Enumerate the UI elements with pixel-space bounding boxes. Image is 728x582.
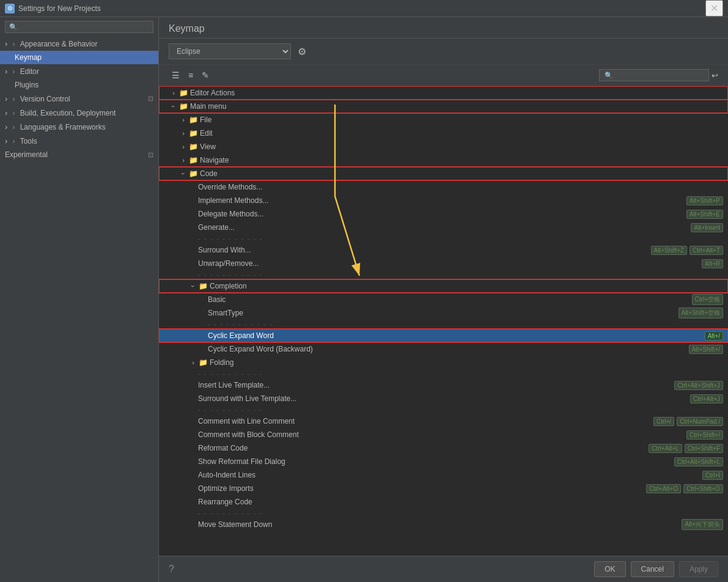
- sidebar-item-build[interactable]: › Build, Execution, Deployment: [0, 106, 158, 120]
- titlebar-left: ⚙ Settings for New Projects: [5, 4, 101, 13]
- search-restore-button[interactable]: ↩: [711, 71, 718, 80]
- expand-arrow[interactable]: ›: [180, 169, 187, 179]
- tree-item-folding[interactable]: › 📁 Folding: [159, 356, 728, 369]
- sidebar-item-languages[interactable]: › Languages & Frameworks: [0, 120, 158, 134]
- item-label: Cyclic Expand Word: [208, 331, 705, 340]
- ok-button[interactable]: OK: [594, 561, 625, 577]
- item-label: Code: [200, 169, 728, 178]
- tree-item-unwrap[interactable]: Unwrap/Remove... Alt+R: [159, 257, 728, 270]
- edit-shortcut-button[interactable]: ✎: [199, 68, 212, 82]
- tree-item-editor-actions[interactable]: › 📁 Editor Actions: [159, 86, 728, 100]
- tree-item-surround-with[interactable]: Surround With... Alt+Shift+Z Ctrl+Alt+T: [159, 243, 728, 257]
- tree-item-generate[interactable]: Generate... Alt+Insert: [159, 221, 728, 234]
- tree-item-code[interactable]: › 📁 Code: [159, 167, 728, 180]
- tree-item-comment-block[interactable]: Comment with Block Comment Ctrl+Shift+/: [159, 428, 728, 441]
- shortcut-tag: Alt+向下箭头: [682, 519, 723, 530]
- shortcut-container: Alt+Shift+E: [686, 210, 728, 219]
- expand-arrow: ›: [12, 39, 15, 48]
- tree-item-completion[interactable]: › 📁 Completion: [159, 279, 728, 293]
- help-button[interactable]: ?: [169, 564, 174, 575]
- sidebar: › Appearance & Behavior Keymap › Editor …: [0, 17, 159, 582]
- separator-dots: - - - - - - - - - - -: [208, 321, 273, 328]
- tree-item-view[interactable]: › 📁 View: [159, 140, 728, 153]
- tree-item-reformat-code[interactable]: Reformat Code Ctrl+Alt+L Ctrl+Shift+F: [159, 441, 728, 455]
- tree-item-surround-live[interactable]: Surround with Live Template... Ctrl+Alt+…: [159, 392, 728, 405]
- expand-arrow[interactable]: ›: [178, 143, 188, 150]
- tree-item-implement-methods[interactable]: Implement Methods... Alt+Shift+P: [159, 194, 728, 207]
- tree-area[interactable]: › 📁 Editor Actions › 📁 Main menu › 📁 Fi: [159, 86, 728, 556]
- sidebar-item-keymap[interactable]: Keymap: [0, 51, 158, 64]
- tree-item-show-reformat[interactable]: Show Reformat File Dialog Ctrl+Alt+Shift…: [159, 455, 728, 468]
- main-toolbar: ☰ ≡ ✎ ↩: [159, 65, 728, 86]
- collapse-all-button[interactable]: ≡: [185, 68, 196, 82]
- tree-item-delegate-methods[interactable]: Delegate Methods... Alt+Shift+E: [159, 207, 728, 221]
- tree-item-basic[interactable]: Basic Ctrl+空格: [159, 293, 728, 306]
- sidebar-item-version-control[interactable]: › Version Control ⊡: [0, 92, 158, 106]
- tree-item-insert-live[interactable]: Insert Live Template... Ctrl+Alt+Shift+J: [159, 378, 728, 392]
- sidebar-item-label: Plugins: [15, 81, 39, 89]
- sidebar-item-tools[interactable]: › Tools: [0, 134, 158, 148]
- expand-all-button[interactable]: ☰: [169, 68, 183, 82]
- folder-icon: 📁: [178, 88, 188, 98]
- main-title: Keymap: [169, 23, 718, 34]
- cancel-button[interactable]: Cancel: [631, 561, 674, 577]
- shortcut-container: Ctrl+Shift+/: [686, 430, 728, 440]
- tree-item-file[interactable]: › 📁 File: [159, 113, 728, 127]
- expand-arrow[interactable]: ›: [189, 281, 197, 291]
- item-label: View: [200, 142, 728, 151]
- apply-button[interactable]: Apply: [679, 561, 718, 577]
- tree-item-smarttype[interactable]: SmartType Alt+Shift+空格: [159, 306, 728, 320]
- settings-window: ⚙ Settings for New Projects ✕ › Appearan…: [0, 0, 728, 582]
- shortcut-tag: Ctrl+Alt+J: [690, 394, 723, 403]
- tree-item-main-menu[interactable]: › 📁 Main menu: [159, 100, 728, 113]
- tree-item-cyclic-expand-back[interactable]: Cyclic Expand Word (Backward) Alt+Shift+…: [159, 342, 728, 356]
- expand-arrow[interactable]: ›: [169, 89, 178, 97]
- main-header: Keymap: [159, 17, 728, 39]
- sidebar-search-input[interactable]: [5, 21, 153, 33]
- item-label: Delegate Methods...: [198, 210, 686, 218]
- item-label: File: [200, 116, 728, 124]
- expand-arrow[interactable]: ›: [178, 130, 188, 137]
- shortcut-container: Ctrl+I: [702, 471, 728, 480]
- sidebar-item-appearance[interactable]: › Appearance & Behavior: [0, 37, 158, 51]
- main-content: › Appearance & Behavior Keymap › Editor …: [0, 17, 728, 582]
- item-label: Folding: [210, 358, 728, 367]
- expand-arrow[interactable]: ›: [178, 157, 188, 164]
- keymap-scheme-select[interactable]: Eclipse Default Mac OS X: [169, 43, 291, 59]
- tree-item-optimize-imports[interactable]: Optimize Imports Ctrl+Alt+O Ctrl+Shift+O: [159, 482, 728, 495]
- tree-item-auto-indent[interactable]: Auto-Indent Lines Ctrl+I: [159, 468, 728, 482]
- sidebar-item-editor[interactable]: › Editor: [0, 64, 158, 78]
- tree-item-navigate[interactable]: › 📁 Navigate: [159, 153, 728, 167]
- sidebar-item-plugins[interactable]: Plugins: [0, 78, 158, 92]
- shortcut-tag: Alt+Insert: [691, 223, 723, 232]
- bottom-bar: ? OK Cancel Apply: [159, 556, 728, 582]
- tree-item-move-statement-down[interactable]: Move Statement Down Alt+向下箭头: [159, 518, 728, 531]
- folder-icon: 📁: [198, 281, 208, 291]
- item-label: Move Statement Down: [198, 520, 682, 529]
- tree-item-cyclic-expand[interactable]: Cyclic Expand Word Alt+/: [159, 329, 728, 342]
- item-label: Reformat Code: [198, 444, 649, 452]
- shortcut-tag: Ctrl+NumPad /: [677, 417, 723, 426]
- tree-item-edit[interactable]: › 📁 Edit: [159, 127, 728, 140]
- sidebar-item-experimental[interactable]: Experimental ⊡: [0, 148, 158, 161]
- close-button[interactable]: ✕: [705, 0, 723, 17]
- shortcut-tag: Ctrl+Alt+L: [649, 444, 682, 453]
- item-label: Editor Actions: [190, 89, 728, 97]
- action-buttons: OK Cancel Apply: [594, 561, 718, 577]
- keymap-gear-button[interactable]: ⚙: [296, 44, 308, 59]
- shortcut-tag: Alt+R: [702, 259, 723, 268]
- toolbar-search: ↩: [599, 69, 718, 81]
- tree-item-comment-line[interactable]: Comment with Line Comment Ctrl+/ Ctrl+Nu…: [159, 414, 728, 428]
- expand-arrow[interactable]: ›: [170, 101, 177, 111]
- shortcut-tag: Ctrl+空格: [692, 294, 723, 305]
- tree-item-rearrange-code[interactable]: Rearrange Code: [159, 495, 728, 509]
- separator-dots: - - - - - - - - - - -: [198, 510, 263, 517]
- app-icon: ⚙: [5, 4, 15, 13]
- expand-arrow[interactable]: ›: [178, 116, 188, 123]
- tree-item-override-methods[interactable]: Override Methods...: [159, 180, 728, 194]
- expand-arrow[interactable]: ›: [188, 359, 198, 366]
- search-input[interactable]: [599, 69, 709, 81]
- separator-dots: - - - - - - - - - - -: [198, 271, 263, 278]
- item-label: Surround With...: [198, 246, 651, 254]
- sidebar-item-label: Keymap: [15, 53, 42, 62]
